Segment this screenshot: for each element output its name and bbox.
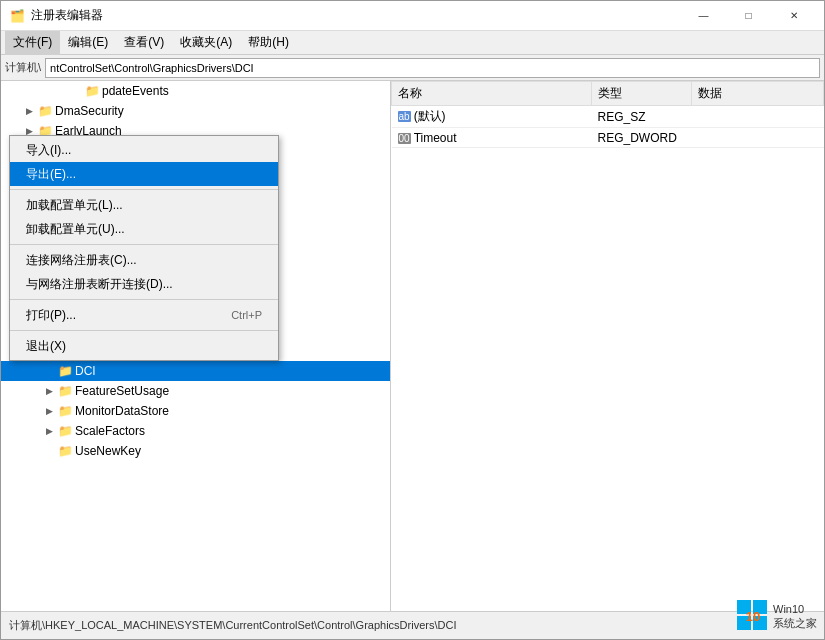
- window-controls: — □ ✕: [681, 1, 816, 31]
- address-input[interactable]: [45, 58, 820, 78]
- window-title: 注册表编辑器: [31, 7, 681, 24]
- status-bar: 计算机\HKEY_LOCAL_MACHINE\SYSTEM\CurrentCon…: [1, 611, 824, 639]
- svg-text:10: 10: [746, 609, 760, 624]
- dropdown-item-0[interactable]: 导入(I)...: [10, 138, 278, 162]
- menu-item-label: 卸载配置单元(U)...: [26, 221, 125, 238]
- menu-item-label: 导入(I)...: [26, 142, 71, 159]
- menu-separator: [10, 330, 278, 331]
- menu-item-label: 加载配置单元(L)...: [26, 197, 123, 214]
- dropdown-item-3[interactable]: 卸载配置单元(U)...: [10, 217, 278, 241]
- menu-item-label: 连接网络注册表(C)...: [26, 252, 137, 269]
- status-text: 计算机\HKEY_LOCAL_MACHINE\SYSTEM\CurrentCon…: [9, 618, 456, 633]
- dropdown-item-1[interactable]: 导出(E)...: [10, 162, 278, 186]
- dropdown-item-4[interactable]: 连接网络注册表(C)...: [10, 248, 278, 272]
- dropdown-item-2[interactable]: 加载配置单元(L)...: [10, 193, 278, 217]
- dropdown-item-5[interactable]: 与网络注册表断开连接(D)...: [10, 272, 278, 296]
- menu-item-shortcut: Ctrl+P: [231, 309, 262, 321]
- menu-file[interactable]: 文件(F): [5, 31, 60, 55]
- dropdown-overlay[interactable]: 导入(I)...导出(E)...加载配置单元(L)...卸载配置单元(U)...…: [1, 81, 824, 611]
- menu-favorites[interactable]: 收藏夹(A): [172, 31, 240, 55]
- file-dropdown-menu: 导入(I)...导出(E)...加载配置单元(L)...卸载配置单元(U)...…: [9, 135, 279, 361]
- menu-help[interactable]: 帮助(H): [240, 31, 297, 55]
- close-button[interactable]: ✕: [771, 1, 816, 31]
- dropdown-item-7[interactable]: 退出(X): [10, 334, 278, 358]
- menu-item-label: 与网络注册表断开连接(D)...: [26, 276, 173, 293]
- app-icon: 🗂️: [9, 8, 25, 24]
- address-label: 计算机\: [5, 60, 41, 75]
- menu-item-label: 退出(X): [26, 338, 66, 355]
- registry-editor-window: 🗂️ 注册表编辑器 — □ ✕ 文件(F) 编辑(E) 查看(V) 收藏夹(A)…: [0, 0, 825, 640]
- maximize-button[interactable]: □: [726, 1, 771, 31]
- menu-view[interactable]: 查看(V): [116, 31, 172, 55]
- menu-edit[interactable]: 编辑(E): [60, 31, 116, 55]
- menu-separator: [10, 299, 278, 300]
- address-bar: 计算机\: [1, 55, 824, 81]
- dropdown-item-6[interactable]: 打印(P)...Ctrl+P: [10, 303, 278, 327]
- menu-item-label: 导出(E)...: [26, 166, 76, 183]
- menu-bar: 文件(F) 编辑(E) 查看(V) 收藏夹(A) 帮助(H): [1, 31, 824, 55]
- menu-separator: [10, 189, 278, 190]
- main-content: 📁pdateEvents▶📁DmaSecurity▶📁EarlyLaunch📁E…: [1, 81, 824, 611]
- title-bar: 🗂️ 注册表编辑器 — □ ✕: [1, 1, 824, 31]
- menu-separator: [10, 244, 278, 245]
- minimize-button[interactable]: —: [681, 1, 726, 31]
- menu-item-label: 打印(P)...: [26, 307, 76, 324]
